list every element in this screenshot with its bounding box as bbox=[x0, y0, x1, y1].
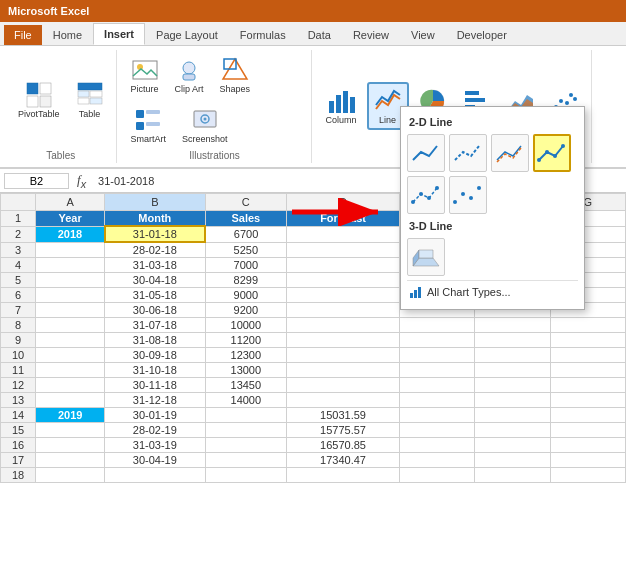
cell-d-11[interactable] bbox=[287, 363, 400, 378]
pivottable-button[interactable]: PivotTable bbox=[12, 77, 66, 123]
cell-a-1[interactable]: Year bbox=[36, 211, 105, 227]
tab-review[interactable]: Review bbox=[342, 24, 400, 45]
cell-a-6[interactable] bbox=[36, 288, 105, 303]
tab-insert[interactable]: Insert bbox=[93, 23, 145, 45]
cell-g-13[interactable] bbox=[550, 393, 625, 408]
line2d-icon-4[interactable] bbox=[533, 134, 571, 172]
cell-b-9[interactable]: 31-08-18 bbox=[105, 333, 205, 348]
cell-a-9[interactable] bbox=[36, 333, 105, 348]
cell-b-16[interactable]: 31-03-19 bbox=[105, 438, 205, 453]
cell-e-16[interactable] bbox=[400, 438, 475, 453]
cell-d-2[interactable] bbox=[287, 226, 400, 242]
cell-b-15[interactable]: 28-02-19 bbox=[105, 423, 205, 438]
screenshot-button[interactable]: Screenshot bbox=[176, 102, 234, 148]
cell-e-14[interactable] bbox=[400, 408, 475, 423]
cell-f-11[interactable] bbox=[475, 363, 550, 378]
cell-e-18[interactable] bbox=[400, 468, 475, 483]
tab-developer[interactable]: Developer bbox=[446, 24, 518, 45]
cell-g-10[interactable] bbox=[550, 348, 625, 363]
cell-c-18[interactable] bbox=[205, 468, 287, 483]
cell-d-16[interactable]: 16570.85 bbox=[287, 438, 400, 453]
cell-d-17[interactable]: 17340.47 bbox=[287, 453, 400, 468]
tab-view[interactable]: View bbox=[400, 24, 446, 45]
cell-c-3[interactable]: 5250 bbox=[205, 242, 287, 258]
cell-a-18[interactable] bbox=[36, 468, 105, 483]
tab-file[interactable]: File bbox=[4, 25, 42, 45]
cell-b-10[interactable]: 30-09-18 bbox=[105, 348, 205, 363]
cell-d-3[interactable] bbox=[287, 242, 400, 258]
cell-b-2[interactable]: 31-01-18 bbox=[105, 226, 205, 242]
cell-b-18[interactable] bbox=[105, 468, 205, 483]
cell-f-13[interactable] bbox=[475, 393, 550, 408]
cell-b-4[interactable]: 31-03-18 bbox=[105, 258, 205, 273]
cell-a-8[interactable] bbox=[36, 318, 105, 333]
cell-b-12[interactable]: 30-11-18 bbox=[105, 378, 205, 393]
smartart-button[interactable]: SmartArt bbox=[125, 102, 173, 148]
line2d-icon-2[interactable] bbox=[449, 134, 487, 172]
cell-c-9[interactable]: 11200 bbox=[205, 333, 287, 348]
cell-f-8[interactable] bbox=[475, 318, 550, 333]
cell-d-12[interactable] bbox=[287, 378, 400, 393]
cell-b-13[interactable]: 31-12-18 bbox=[105, 393, 205, 408]
cell-e-10[interactable] bbox=[400, 348, 475, 363]
col-header-a[interactable]: A bbox=[36, 194, 105, 211]
cell-g-14[interactable] bbox=[550, 408, 625, 423]
cell-c-12[interactable]: 13450 bbox=[205, 378, 287, 393]
cell-f-18[interactable] bbox=[475, 468, 550, 483]
cell-a-15[interactable] bbox=[36, 423, 105, 438]
shapes-button[interactable]: Shapes bbox=[214, 52, 257, 98]
cell-e-9[interactable] bbox=[400, 333, 475, 348]
cell-e-8[interactable] bbox=[400, 318, 475, 333]
clipart-button[interactable]: Clip Art bbox=[169, 52, 210, 98]
cell-b-14[interactable]: 30-01-19 bbox=[105, 408, 205, 423]
cell-b-8[interactable]: 31-07-18 bbox=[105, 318, 205, 333]
cell-d-4[interactable] bbox=[287, 258, 400, 273]
cell-g-8[interactable] bbox=[550, 318, 625, 333]
tab-formulas[interactable]: Formulas bbox=[229, 24, 297, 45]
cell-a-4[interactable] bbox=[36, 258, 105, 273]
cell-b-5[interactable]: 30-04-18 bbox=[105, 273, 205, 288]
cell-e-15[interactable] bbox=[400, 423, 475, 438]
cell-e-17[interactable] bbox=[400, 453, 475, 468]
cell-c-16[interactable] bbox=[205, 438, 287, 453]
line2d-icon-1[interactable] bbox=[407, 134, 445, 172]
cell-g-11[interactable] bbox=[550, 363, 625, 378]
cell-f-10[interactable] bbox=[475, 348, 550, 363]
column-chart-button[interactable]: Column bbox=[320, 83, 363, 129]
cell-a-17[interactable] bbox=[36, 453, 105, 468]
cell-f-17[interactable] bbox=[475, 453, 550, 468]
cell-e-13[interactable] bbox=[400, 393, 475, 408]
cell-c-11[interactable]: 13000 bbox=[205, 363, 287, 378]
cell-d-18[interactable] bbox=[287, 468, 400, 483]
cell-c-8[interactable]: 10000 bbox=[205, 318, 287, 333]
cell-a-10[interactable] bbox=[36, 348, 105, 363]
cell-d-15[interactable]: 15775.57 bbox=[287, 423, 400, 438]
line2d-icon-5[interactable] bbox=[407, 176, 445, 214]
cell-a-14[interactable]: 2019 bbox=[36, 408, 105, 423]
name-box[interactable] bbox=[4, 173, 69, 189]
cell-b-3[interactable]: 28-02-18 bbox=[105, 242, 205, 258]
tab-home[interactable]: Home bbox=[42, 24, 93, 45]
cell-g-9[interactable] bbox=[550, 333, 625, 348]
cell-f-15[interactable] bbox=[475, 423, 550, 438]
cell-a-5[interactable] bbox=[36, 273, 105, 288]
cell-c-7[interactable]: 9200 bbox=[205, 303, 287, 318]
cell-f-12[interactable] bbox=[475, 378, 550, 393]
cell-c-6[interactable]: 9000 bbox=[205, 288, 287, 303]
cell-c-4[interactable]: 7000 bbox=[205, 258, 287, 273]
cell-d-6[interactable] bbox=[287, 288, 400, 303]
cell-a-13[interactable] bbox=[36, 393, 105, 408]
cell-d-8[interactable] bbox=[287, 318, 400, 333]
cell-c-13[interactable]: 14000 bbox=[205, 393, 287, 408]
cell-f-9[interactable] bbox=[475, 333, 550, 348]
cell-c-1[interactable]: Sales bbox=[205, 211, 287, 227]
col-header-b[interactable]: B bbox=[105, 194, 205, 211]
cell-b-1[interactable]: Month bbox=[105, 211, 205, 227]
table-button[interactable]: Table bbox=[70, 77, 110, 123]
cell-b-6[interactable]: 31-05-18 bbox=[105, 288, 205, 303]
cell-e-11[interactable] bbox=[400, 363, 475, 378]
cell-d-10[interactable] bbox=[287, 348, 400, 363]
cell-d-7[interactable] bbox=[287, 303, 400, 318]
cell-c-17[interactable] bbox=[205, 453, 287, 468]
cell-g-16[interactable] bbox=[550, 438, 625, 453]
